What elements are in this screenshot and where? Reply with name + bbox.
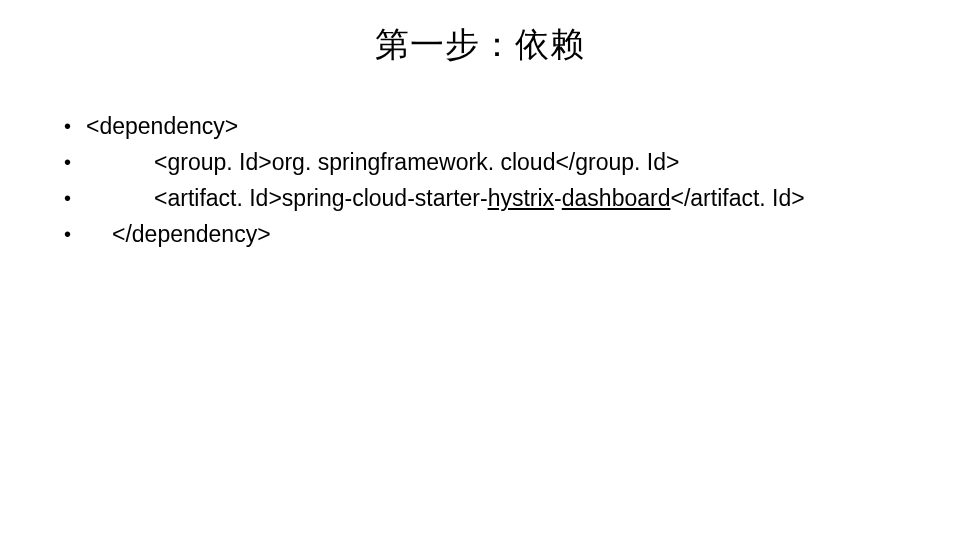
bullet-item-1: <dependency> [58, 108, 900, 144]
bullet-list: <dependency> <group. Id>org. springframe… [58, 108, 900, 252]
bullet-text-3a: <artifact. Id>spring-cloud-starter- [154, 185, 488, 211]
bullet-text-4: </dependency> [112, 221, 271, 247]
slide-title: 第一步：依赖 [0, 22, 960, 68]
bullet-item-4: </dependency> [58, 216, 900, 252]
bullet-item-2: <group. Id>org. springframework. cloud</… [58, 144, 900, 180]
bullet-text-3b: hystrix [488, 185, 554, 211]
bullet-text-3c: - [554, 185, 562, 211]
bullet-item-3: <artifact. Id>spring-cloud-starter-hystr… [58, 180, 900, 216]
bullet-text-1: <dependency> [86, 113, 238, 139]
slide-body: <dependency> <group. Id>org. springframe… [58, 108, 900, 252]
bullet-text-3e: </artifact. Id> [670, 185, 804, 211]
slide: 第一步：依赖 <dependency> <group. Id>org. spri… [0, 0, 960, 540]
bullet-text-2: <group. Id>org. springframework. cloud</… [154, 149, 679, 175]
bullet-text-3d: dashboard [562, 185, 671, 211]
